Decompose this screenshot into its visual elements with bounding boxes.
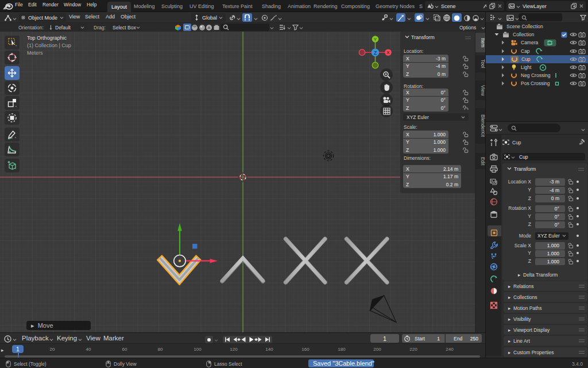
svg-text:Z: Z — [374, 50, 377, 56]
svg-text:Y: Y — [374, 37, 377, 42]
svg-text:X: X — [386, 50, 390, 55]
